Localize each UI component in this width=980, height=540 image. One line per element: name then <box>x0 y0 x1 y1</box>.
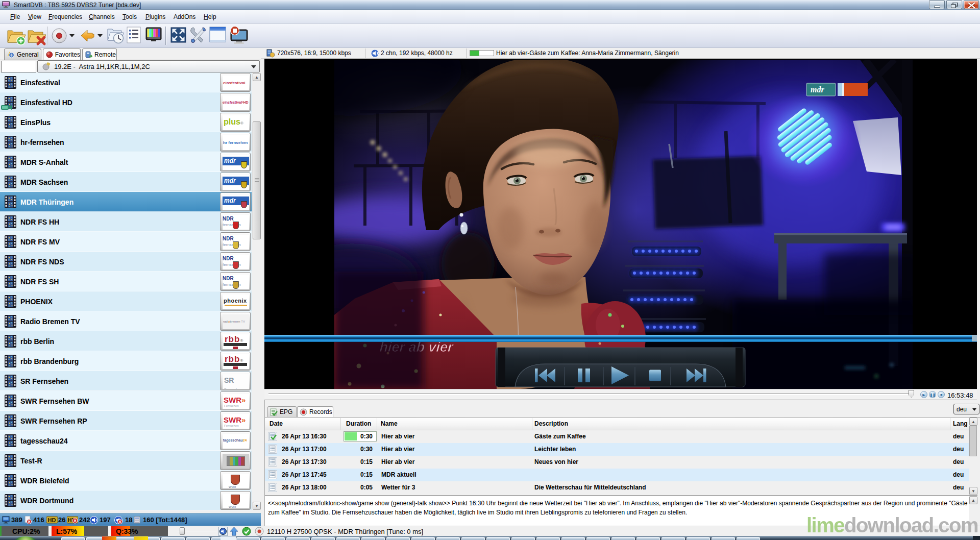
svg-text:mdr: mdr <box>811 85 824 94</box>
svg-text:HD: HD <box>48 517 56 523</box>
